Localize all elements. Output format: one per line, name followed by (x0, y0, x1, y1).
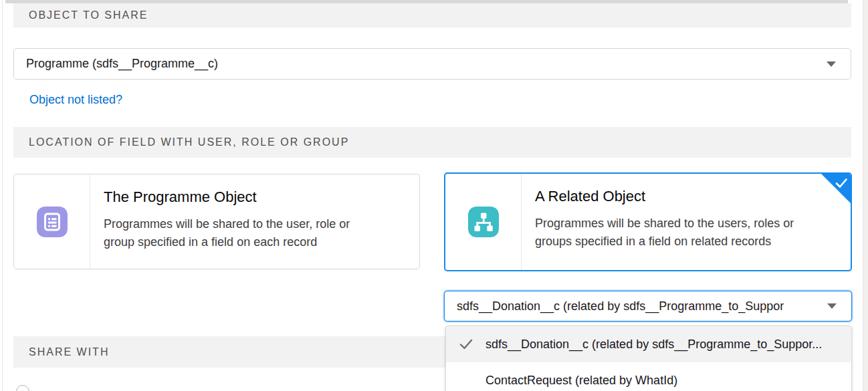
card-title: A Related Object (535, 188, 821, 205)
dropdown-option-label: sdfs__Donation__c (related by sdfs__Prog… (485, 338, 822, 352)
card-icon-column (14, 174, 90, 269)
related-object-dropdown-listbox: sdfs__Donation__c (related by sdfs__Prog… (445, 325, 852, 391)
section-header-label: SHARE WITH (13, 346, 109, 358)
card-title: The Programme Object (104, 188, 376, 206)
chevron-down-icon (827, 61, 836, 67)
card-programme-object[interactable]: The Programme Object Programmes will be … (13, 174, 420, 269)
dropdown-option-donation[interactable]: sdfs__Donation__c (related by sdfs__Prog… (446, 326, 851, 362)
section-header-object-to-share: OBJECT TO SHARE (13, 3, 851, 27)
record-list-icon (37, 207, 68, 237)
hierarchy-icon (468, 207, 499, 237)
section-header-location-of-field: LOCATION OF FIELD WITH USER, ROLE OR GRO… (13, 127, 851, 158)
related-object-select[interactable]: sdfs__Donation__c (related by sdfs__Prog… (444, 291, 852, 321)
vertical-scrollbar[interactable] (863, 0, 868, 391)
panel-edge-divider (2, 0, 3, 391)
card-description: Programmes will be shared to the users, … (535, 215, 821, 251)
check-icon (833, 175, 850, 192)
share-with-radio-button[interactable] (16, 385, 29, 391)
card-text-area: A Related Object Programmes will be shar… (522, 174, 835, 270)
related-object-select-value: sdfs__Donation__c (related by sdfs__Prog… (445, 299, 821, 313)
card-text-area: The Programme Object Programmes will be … (90, 174, 390, 269)
object-to-share-select-value: Programme (sdfs__Programme__c) (14, 57, 820, 71)
object-not-listed-link[interactable]: Object not listed? (29, 93, 122, 107)
check-slot (446, 336, 485, 352)
object-to-share-select[interactable]: Programme (sdfs__Programme__c) (13, 48, 851, 80)
card-description: Programmes will be shared to the user, r… (104, 215, 376, 251)
selected-check-icon (458, 336, 474, 352)
dropdown-option-label: ContactRequest (related by WhatId) (485, 374, 677, 388)
section-header-label: LOCATION OF FIELD WITH USER, ROLE OR GRO… (13, 136, 349, 148)
selected-corner-badge (821, 174, 851, 203)
card-icon-column (445, 174, 522, 270)
card-related-object[interactable]: A Related Object Programmes will be shar… (444, 172, 852, 271)
dropdown-option-contactrequest[interactable]: ContactRequest (related by WhatId) (446, 362, 851, 391)
chevron-down-icon (827, 303, 837, 309)
section-header-label: OBJECT TO SHARE (13, 9, 148, 21)
